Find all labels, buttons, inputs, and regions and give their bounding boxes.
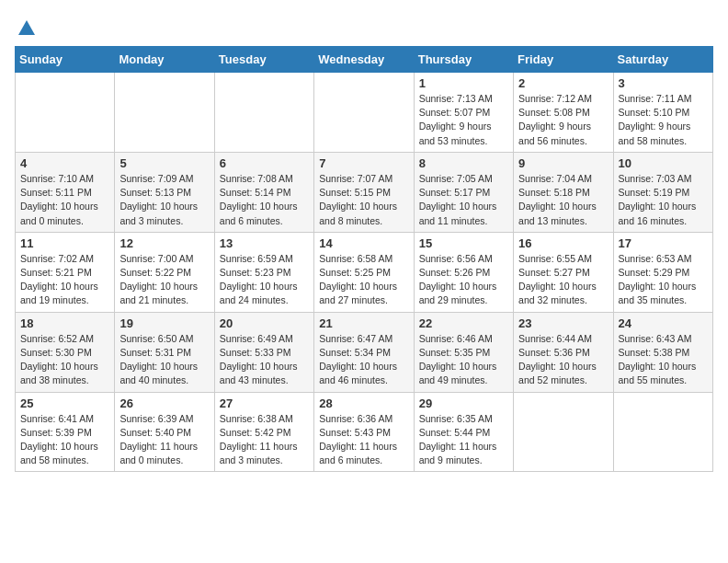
calendar-cell: 29Sunrise: 6:35 AMSunset: 5:44 PMDayligh… xyxy=(414,392,513,472)
calendar-cell xyxy=(314,73,414,153)
day-number: 19 xyxy=(119,316,209,330)
day-number: 7 xyxy=(319,156,408,170)
day-number: 12 xyxy=(119,236,209,250)
calendar-cell: 2Sunrise: 7:12 AMSunset: 5:08 PMDaylight… xyxy=(514,73,613,153)
calendar-cell xyxy=(613,392,712,472)
logo-general xyxy=(15,18,37,39)
page-header xyxy=(15,15,713,39)
calendar-cell: 24Sunrise: 6:43 AMSunset: 5:38 PMDayligh… xyxy=(613,312,712,392)
day-info: Sunrise: 6:38 AMSunset: 5:42 PMDaylight:… xyxy=(220,412,309,468)
day-info: Sunrise: 6:43 AMSunset: 5:38 PMDaylight:… xyxy=(619,332,708,388)
day-info: Sunrise: 7:04 AMSunset: 5:18 PMDaylight:… xyxy=(518,172,608,228)
day-info: Sunrise: 6:58 AMSunset: 5:25 PMDaylight:… xyxy=(319,252,408,308)
day-number: 24 xyxy=(619,316,708,330)
day-number: 2 xyxy=(518,76,608,90)
calendar-header-row: SundayMondayTuesdayWednesdayThursdayFrid… xyxy=(16,47,713,73)
day-info: Sunrise: 7:10 AMSunset: 5:11 PMDaylight:… xyxy=(20,172,109,228)
calendar-cell: 27Sunrise: 6:38 AMSunset: 5:42 PMDayligh… xyxy=(214,392,313,472)
calendar-cell xyxy=(115,73,214,153)
day-number: 1 xyxy=(419,76,508,90)
calendar-cell: 8Sunrise: 7:05 AMSunset: 5:17 PMDaylight… xyxy=(414,152,513,232)
calendar-cell: 25Sunrise: 6:41 AMSunset: 5:39 PMDayligh… xyxy=(16,392,115,472)
day-number: 18 xyxy=(20,316,109,330)
calendar-week-row: 1Sunrise: 7:13 AMSunset: 5:07 PMDaylight… xyxy=(16,73,713,153)
day-number: 23 xyxy=(518,316,608,330)
calendar-cell: 9Sunrise: 7:04 AMSunset: 5:18 PMDaylight… xyxy=(514,152,613,232)
weekday-header: Saturday xyxy=(613,47,712,73)
calendar-cell: 3Sunrise: 7:11 AMSunset: 5:10 PMDaylight… xyxy=(613,73,712,153)
day-number: 6 xyxy=(220,156,309,170)
calendar-cell xyxy=(214,73,313,153)
calendar-cell: 6Sunrise: 7:08 AMSunset: 5:14 PMDaylight… xyxy=(214,152,313,232)
day-number: 26 xyxy=(119,396,209,410)
day-number: 4 xyxy=(20,156,109,170)
calendar-cell: 13Sunrise: 6:59 AMSunset: 5:23 PMDayligh… xyxy=(214,232,313,312)
day-info: Sunrise: 6:56 AMSunset: 5:26 PMDaylight:… xyxy=(419,252,508,308)
day-number: 9 xyxy=(518,156,608,170)
day-info: Sunrise: 7:09 AMSunset: 5:13 PMDaylight:… xyxy=(119,172,209,228)
day-number: 8 xyxy=(419,156,508,170)
day-info: Sunrise: 7:00 AMSunset: 5:22 PMDaylight:… xyxy=(119,252,209,308)
calendar-week-row: 11Sunrise: 7:02 AMSunset: 5:21 PMDayligh… xyxy=(16,232,713,312)
calendar-cell: 7Sunrise: 7:07 AMSunset: 5:15 PMDaylight… xyxy=(314,152,414,232)
calendar-cell: 1Sunrise: 7:13 AMSunset: 5:07 PMDaylight… xyxy=(414,73,513,153)
calendar-cell: 17Sunrise: 6:53 AMSunset: 5:29 PMDayligh… xyxy=(613,232,712,312)
day-info: Sunrise: 7:05 AMSunset: 5:17 PMDaylight:… xyxy=(419,172,508,228)
weekday-header: Wednesday xyxy=(314,47,414,73)
svg-marker-0 xyxy=(18,20,35,35)
day-number: 28 xyxy=(319,396,408,410)
day-info: Sunrise: 7:08 AMSunset: 5:14 PMDaylight:… xyxy=(220,172,309,228)
day-number: 25 xyxy=(20,396,109,410)
calendar-week-row: 18Sunrise: 6:52 AMSunset: 5:30 PMDayligh… xyxy=(16,312,713,392)
day-number: 10 xyxy=(619,156,708,170)
day-number: 16 xyxy=(518,236,608,250)
weekday-header: Friday xyxy=(514,47,613,73)
day-number: 5 xyxy=(119,156,209,170)
weekday-header: Monday xyxy=(115,47,214,73)
day-info: Sunrise: 6:44 AMSunset: 5:36 PMDaylight:… xyxy=(518,332,608,388)
day-info: Sunrise: 6:46 AMSunset: 5:35 PMDaylight:… xyxy=(419,332,508,388)
day-number: 13 xyxy=(220,236,309,250)
calendar-cell: 18Sunrise: 6:52 AMSunset: 5:30 PMDayligh… xyxy=(16,312,115,392)
day-info: Sunrise: 7:03 AMSunset: 5:19 PMDaylight:… xyxy=(619,172,708,228)
day-info: Sunrise: 6:41 AMSunset: 5:39 PMDaylight:… xyxy=(20,412,109,468)
day-number: 17 xyxy=(619,236,708,250)
weekday-header: Sunday xyxy=(16,47,115,73)
calendar-cell: 14Sunrise: 6:58 AMSunset: 5:25 PMDayligh… xyxy=(314,232,414,312)
calendar-cell xyxy=(16,73,115,153)
weekday-header: Thursday xyxy=(414,47,513,73)
calendar-cell: 26Sunrise: 6:39 AMSunset: 5:40 PMDayligh… xyxy=(115,392,214,472)
calendar-cell: 20Sunrise: 6:49 AMSunset: 5:33 PMDayligh… xyxy=(214,312,313,392)
logo-text xyxy=(15,18,37,39)
day-number: 22 xyxy=(419,316,508,330)
day-info: Sunrise: 7:07 AMSunset: 5:15 PMDaylight:… xyxy=(319,172,408,228)
day-info: Sunrise: 6:59 AMSunset: 5:23 PMDaylight:… xyxy=(220,252,309,308)
day-info: Sunrise: 6:55 AMSunset: 5:27 PMDaylight:… xyxy=(518,252,608,308)
weekday-header: Tuesday xyxy=(214,47,313,73)
day-info: Sunrise: 7:11 AMSunset: 5:10 PMDaylight:… xyxy=(619,92,708,148)
calendar-cell: 12Sunrise: 7:00 AMSunset: 5:22 PMDayligh… xyxy=(115,232,214,312)
day-info: Sunrise: 6:52 AMSunset: 5:30 PMDaylight:… xyxy=(20,332,109,388)
day-info: Sunrise: 6:50 AMSunset: 5:31 PMDaylight:… xyxy=(119,332,209,388)
day-number: 29 xyxy=(419,396,508,410)
day-info: Sunrise: 6:53 AMSunset: 5:29 PMDaylight:… xyxy=(619,252,708,308)
day-number: 21 xyxy=(319,316,408,330)
calendar-cell xyxy=(514,392,613,472)
calendar-cell: 11Sunrise: 7:02 AMSunset: 5:21 PMDayligh… xyxy=(16,232,115,312)
calendar-week-row: 4Sunrise: 7:10 AMSunset: 5:11 PMDaylight… xyxy=(16,152,713,232)
day-number: 14 xyxy=(319,236,408,250)
logo xyxy=(15,18,37,39)
calendar-cell: 5Sunrise: 7:09 AMSunset: 5:13 PMDaylight… xyxy=(115,152,214,232)
calendar-cell: 21Sunrise: 6:47 AMSunset: 5:34 PMDayligh… xyxy=(314,312,414,392)
calendar-week-row: 25Sunrise: 6:41 AMSunset: 5:39 PMDayligh… xyxy=(16,392,713,472)
day-info: Sunrise: 6:35 AMSunset: 5:44 PMDaylight:… xyxy=(419,412,508,468)
calendar-cell: 4Sunrise: 7:10 AMSunset: 5:11 PMDaylight… xyxy=(16,152,115,232)
day-info: Sunrise: 6:49 AMSunset: 5:33 PMDaylight:… xyxy=(220,332,309,388)
calendar-cell: 28Sunrise: 6:36 AMSunset: 5:43 PMDayligh… xyxy=(314,392,414,472)
day-number: 20 xyxy=(220,316,309,330)
day-info: Sunrise: 7:12 AMSunset: 5:08 PMDaylight:… xyxy=(518,92,608,148)
calendar-table: SundayMondayTuesdayWednesdayThursdayFrid… xyxy=(15,46,713,472)
calendar-cell: 23Sunrise: 6:44 AMSunset: 5:36 PMDayligh… xyxy=(514,312,613,392)
calendar-cell: 19Sunrise: 6:50 AMSunset: 5:31 PMDayligh… xyxy=(115,312,214,392)
calendar-cell: 10Sunrise: 7:03 AMSunset: 5:19 PMDayligh… xyxy=(613,152,712,232)
